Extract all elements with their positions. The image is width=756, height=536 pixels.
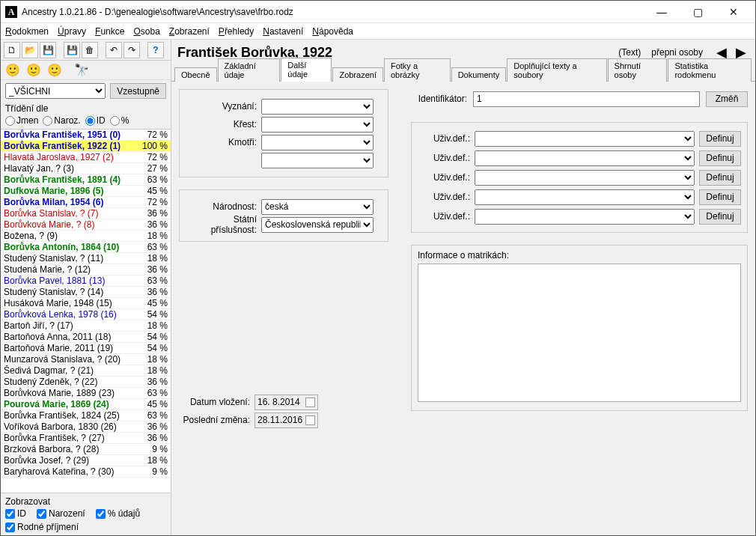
tab-1[interactable]: Základní údaje xyxy=(218,58,281,82)
matriky-textarea[interactable] xyxy=(418,264,741,402)
person-row[interactable]: Borůvka Stanislav, ? (7)36 % xyxy=(1,208,171,219)
vlozeni-date[interactable]: 16. 8.2014 xyxy=(254,395,318,410)
vyznani-select[interactable] xyxy=(261,99,374,115)
menu-přehledy[interactable]: Přehledy xyxy=(219,26,254,37)
krest-select[interactable] xyxy=(261,117,374,133)
display-check-narozen[interactable]: Narození xyxy=(37,508,85,519)
define-button[interactable]: Definuj xyxy=(699,131,741,147)
prislusnost-select[interactable]: Československá republika xyxy=(261,217,374,233)
person-row[interactable]: Bartoňová Anna, 2011 (18)54 % xyxy=(1,332,171,343)
tab-0[interactable]: Obecně xyxy=(174,67,217,82)
menu-nastavení[interactable]: Nastavení xyxy=(263,26,303,37)
menu-osoba[interactable]: Osoba xyxy=(133,26,159,37)
sort-radio-%[interactable]: % xyxy=(110,115,129,126)
person-row[interactable]: Borůvka František, 1922 (1)100 % xyxy=(1,141,171,152)
person-row[interactable]: Hlavatý Jan, ? (3)27 % xyxy=(1,163,171,174)
calendar-icon[interactable] xyxy=(305,398,315,407)
calendar-icon[interactable] xyxy=(305,415,315,425)
person-name: Studený Zdeněk, ? (22) xyxy=(4,377,141,387)
sort-radio-jmen[interactable]: Jmen xyxy=(5,115,38,126)
tab-5[interactable]: Dokumenty xyxy=(451,67,507,82)
person-row[interactable]: Bartoň Jiří, ? (17)18 % xyxy=(1,320,171,332)
tab-8[interactable]: Statistika rodokmenu xyxy=(668,58,752,82)
person-row[interactable]: Husáková Marie, 1948 (15)45 % xyxy=(1,298,171,309)
menu-nápověda[interactable]: Nápověda xyxy=(312,26,353,37)
define-button[interactable]: Definuj xyxy=(699,170,741,186)
person-row[interactable]: Božena, ? (9)18 % xyxy=(1,231,171,242)
tab-4[interactable]: Fotky a obrázky xyxy=(384,58,451,82)
help-icon[interactable]: ? xyxy=(147,42,164,58)
display-check-daj[interactable]: % údajů xyxy=(96,508,140,519)
person-row[interactable]: Pourová Marie, 1869 (24)45 % xyxy=(1,399,171,410)
person-row[interactable]: Borůvka Josef, ? (29)18 % xyxy=(1,455,171,466)
menu-zobrazení[interactable]: Zobrazení xyxy=(169,26,210,37)
kmotri-select[interactable] xyxy=(261,135,374,150)
person-row[interactable]: Borůvková Marie, 1889 (23)63 % xyxy=(1,388,171,399)
female-icon[interactable]: 🙂 xyxy=(26,63,41,77)
maximize-button[interactable]: ▢ xyxy=(680,1,715,22)
display-check-rodnpjmen[interactable]: Rodné příjmení xyxy=(5,522,79,532)
person-row[interactable]: Studený Stanislav, ? (11)18 % xyxy=(1,253,171,264)
person-row[interactable]: Šedivá Dagmar, ? (21)18 % xyxy=(1,365,171,377)
search-icon[interactable]: 🔭 xyxy=(74,63,89,77)
new-file-icon[interactable]: 🗋 xyxy=(4,42,20,58)
undo-icon[interactable]: ↶ xyxy=(106,42,122,58)
person-row[interactable]: Borůvka František, 1891 (4)63 % xyxy=(1,174,171,186)
person-row[interactable]: Borůvková Marie, ? (8)36 % xyxy=(1,219,171,231)
person-row[interactable]: Studený Stanislav, ? (14)36 % xyxy=(1,287,171,298)
person-row[interactable]: Borůvka Pavel, 1881 (13)63 % xyxy=(1,275,171,287)
male-icon[interactable]: 🙂 xyxy=(5,63,20,77)
change-id-button[interactable]: Změň xyxy=(706,91,748,107)
userdef-select[interactable] xyxy=(475,189,695,205)
save-icon[interactable]: 💾 xyxy=(40,42,56,58)
menu-úpravy[interactable]: Úpravy xyxy=(58,26,86,37)
tab-6[interactable]: Doplňující texty a soubory xyxy=(507,58,606,82)
person-row[interactable]: Borůvka František, ? (27)36 % xyxy=(1,433,171,444)
switch-persons-link[interactable]: přepni osoby xyxy=(651,47,703,58)
sort-direction-button[interactable]: Vzestupně xyxy=(110,83,166,99)
person-row[interactable]: Dufková Marie, 1896 (5)45 % xyxy=(1,186,171,197)
redo-icon[interactable]: ↷ xyxy=(124,42,140,58)
person-row[interactable]: Munzarová Stanislava, ? (20)18 % xyxy=(1,354,171,365)
menu-funkce[interactable]: Funkce xyxy=(95,26,124,37)
couple-icon[interactable]: 🙂 xyxy=(47,63,62,77)
person-row[interactable]: Borůvka Milan, 1954 (6)72 % xyxy=(1,197,171,208)
person-row[interactable]: Borůvka Antonín, 1864 (10)63 % xyxy=(1,242,171,253)
userdef-select[interactable] xyxy=(475,209,695,225)
person-row[interactable]: Studená Marie, ? (12)36 % xyxy=(1,264,171,275)
person-list[interactable]: Borůvka František, 1951 (0)72 %Borůvka F… xyxy=(1,129,171,493)
person-row[interactable]: Hlavatá Jaroslava, 1927 (2)72 % xyxy=(1,152,171,163)
close-button[interactable]: ✕ xyxy=(716,1,751,22)
zmena-date[interactable]: 28.11.2016 xyxy=(254,412,318,428)
sort-radio-id[interactable]: ID xyxy=(85,115,106,126)
userdef-select[interactable] xyxy=(475,131,695,147)
person-row[interactable]: Baryharová Kateřina, ? (30)9 % xyxy=(1,466,171,478)
userdef-select[interactable] xyxy=(475,150,695,166)
person-row[interactable]: Borůvka František, 1824 (25)63 % xyxy=(1,410,171,421)
person-row[interactable]: Studený Zdeněk, ? (22)36 % xyxy=(1,377,171,388)
tab-7[interactable]: Shrnutí osoby xyxy=(608,58,668,82)
open-file-icon[interactable]: 📂 xyxy=(22,42,38,58)
person-row[interactable]: Bartoňová Marie, 2011 (19)54 % xyxy=(1,343,171,354)
define-button[interactable]: Definuj xyxy=(699,150,741,166)
tab-3[interactable]: Zobrazení xyxy=(332,67,383,82)
narodnost-select[interactable]: česká xyxy=(261,199,374,215)
person-row[interactable]: Borůvka František, 1951 (0)72 % xyxy=(1,130,171,141)
define-button[interactable]: Definuj xyxy=(699,189,741,205)
minimize-button[interactable]: — xyxy=(644,1,679,22)
sort-radio-naroz.[interactable]: Naroz. xyxy=(43,115,80,126)
display-check-id[interactable]: ID xyxy=(5,508,26,519)
person-row[interactable]: Borůvková Lenka, 1978 (16)54 % xyxy=(1,309,171,320)
menu-rodokmen[interactable]: Rodokmen xyxy=(5,26,49,37)
filter-select[interactable]: _VŠICHNI xyxy=(5,83,106,99)
kmotri2-select[interactable] xyxy=(261,153,374,168)
save-all-icon[interactable]: 💾 xyxy=(64,42,80,58)
userdef-select[interactable] xyxy=(475,170,695,186)
text-link[interactable]: (Text) xyxy=(618,47,641,58)
id-input[interactable] xyxy=(473,91,700,107)
tab-2[interactable]: Další údaje xyxy=(281,58,332,82)
define-button[interactable]: Definuj xyxy=(699,209,741,225)
delete-icon[interactable]: 🗑 xyxy=(82,42,98,58)
person-row[interactable]: Brzková Barbora, ? (28)9 % xyxy=(1,444,171,455)
person-row[interactable]: Voříková Barbora, 1830 (26)36 % xyxy=(1,421,171,433)
